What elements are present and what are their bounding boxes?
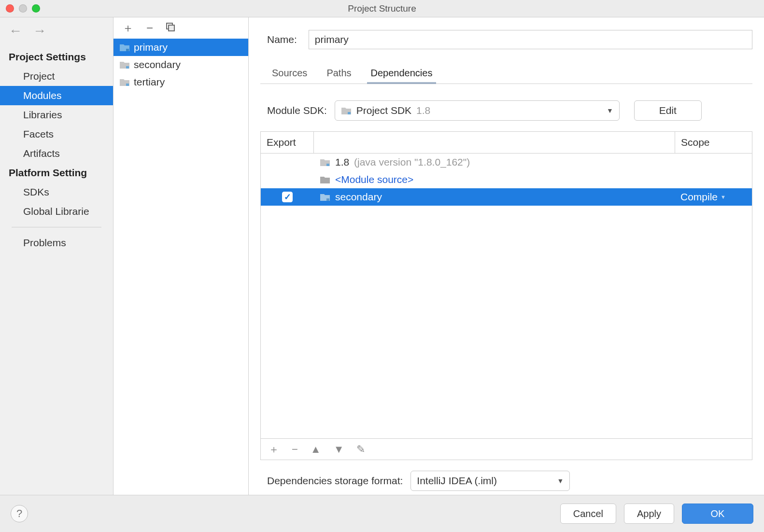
window-close-button[interactable] [6,4,14,13]
folder-icon [320,175,330,184]
module-sdk-dropdown[interactable]: Project SDK 1.8 ▼ [335,100,620,121]
window-maximize-button[interactable] [32,4,40,13]
nav-pane: ← → Project Settings Project Modules Lib… [0,17,113,495]
dep-table-header: Export Scope [261,132,752,154]
module-list-pane: ＋ − primary secondary [113,17,249,495]
dep-table-wrap: Export Scope 1.8 (java version "1.8.0_16… [260,131,752,460]
module-sdk-suffix: 1.8 [416,105,430,116]
dep-moveup-icon[interactable]: ▲ [311,443,321,456]
cancel-button[interactable]: Cancel [560,504,616,524]
dep-remove-icon[interactable]: − [292,443,298,456]
ok-button[interactable]: OK [682,504,753,524]
nav-item-artifacts[interactable]: Artifacts [0,144,113,163]
sdk-folder-icon [320,158,330,167]
dep-toolbar: ＋ − ▲ ▼ ✎ [260,439,752,460]
storage-format-label: Dependencies storage format: [267,475,403,487]
module-item-secondary[interactable]: secondary [113,56,248,73]
nav-item-libraries[interactable]: Libraries [0,105,113,125]
window-controls [6,4,40,13]
col-name [314,132,675,153]
col-export: Export [261,132,314,153]
nav-item-facets[interactable]: Facets [0,125,113,144]
tab-sources[interactable]: Sources [272,64,307,84]
module-name-row: Name: [267,30,752,49]
module-copy-icon[interactable] [166,22,175,34]
nav-item-global-libs[interactable]: Global Librarie [0,202,113,221]
dep-row-secondary[interactable]: secondary Compile ▼ [261,188,752,206]
module-name-input[interactable] [309,30,752,49]
module-name-label: Name: [267,34,297,45]
module-item-label: primary [134,42,168,53]
module-item-tertiary[interactable]: tertiary [113,73,248,91]
module-sdk-row: Module SDK: Project SDK 1.8 ▼ Edit [267,100,752,121]
svg-rect-5 [348,112,351,114]
module-sdk-prefix: Project SDK [356,105,414,116]
tab-dependencies[interactable]: Dependencies [371,64,433,84]
dep-table: Export Scope 1.8 (java version "1.8.0_16… [260,131,752,439]
nav-section-platform: Platform Setting [0,163,113,182]
dep-row-label: secondary [335,191,382,203]
module-folder-icon [119,60,130,69]
module-item-primary[interactable]: primary [113,39,248,56]
svg-rect-3 [126,66,129,69]
chevron-down-icon: ▼ [721,194,726,200]
nav-item-problems[interactable]: Problems [0,233,113,252]
sdk-edit-button[interactable]: Edit [634,100,702,121]
nav-forward-icon[interactable]: → [33,24,46,38]
storage-format-dropdown[interactable]: IntelliJ IDEA (.iml) ▼ [410,471,570,491]
tab-paths[interactable]: Paths [326,64,351,84]
nav-section-project: Project Settings [0,47,113,67]
module-folder-icon [119,43,130,52]
storage-format-selected: IntelliJ IDEA (.iml) [417,475,497,487]
nav-history: ← → [0,17,113,44]
dep-add-icon[interactable]: ＋ [269,442,279,457]
svg-rect-2 [126,49,129,51]
module-item-label: secondary [134,59,181,70]
nav-back-icon[interactable]: ← [9,24,22,38]
sdk-folder-icon [341,106,352,115]
chevron-down-icon: ▼ [607,107,613,114]
dep-row-module-source[interactable]: <Module source> [261,171,752,188]
svg-rect-1 [169,25,174,31]
chevron-down-icon: ▼ [557,477,564,485]
apply-button[interactable]: Apply [624,504,674,524]
col-scope: Scope [675,132,752,153]
module-sdk-selected: Project SDK 1.8 [356,105,430,116]
svg-rect-6 [326,164,329,166]
window-titlebar: Project Structure [0,0,764,17]
window-minimize-button[interactable] [19,4,27,13]
module-folder-icon [320,193,330,201]
detail-tabs: Sources Paths Dependencies [260,64,752,84]
nav-divider [12,227,101,227]
module-add-icon[interactable]: ＋ [122,22,134,34]
storage-format-row: Dependencies storage format: IntelliJ ID… [267,471,752,491]
dep-row-label: <Module source> [335,174,413,185]
module-remove-icon[interactable]: − [146,22,153,34]
dep-export-checkbox[interactable] [282,192,293,202]
module-list-toolbar: ＋ − [113,17,248,39]
module-detail-pane: Name: Sources Paths Dependencies Module … [249,17,764,495]
dep-edit-icon[interactable]: ✎ [356,443,365,456]
dep-row-label: 1.8 (java version "1.8.0_162") [335,156,470,168]
dep-movedown-icon[interactable]: ▼ [334,443,344,456]
nav-item-sdks[interactable]: SDKs [0,182,113,202]
dialog-footer: ? Cancel Apply OK [0,495,764,532]
dep-scope-cell[interactable]: Compile ▼ [675,191,752,203]
nav-item-modules[interactable]: Modules [0,86,113,105]
svg-rect-4 [126,84,129,86]
module-folder-icon [119,78,130,86]
module-item-label: tertiary [134,76,165,88]
dep-scope-value: Compile [680,191,718,203]
dep-jdk-suffix: (java version "1.8.0_162") [354,156,470,168]
svg-rect-7 [326,198,329,201]
dep-jdk-name: 1.8 [335,156,352,168]
dep-row-jdk[interactable]: 1.8 (java version "1.8.0_162") [261,154,752,171]
window-title: Project Structure [348,3,416,14]
help-button[interactable]: ? [11,505,28,522]
nav-item-project[interactable]: Project [0,67,113,86]
module-list: primary secondary tertiary [113,39,248,495]
dep-table-body: 1.8 (java version "1.8.0_162") <Module s… [261,154,752,438]
module-sdk-label: Module SDK: [267,105,327,116]
